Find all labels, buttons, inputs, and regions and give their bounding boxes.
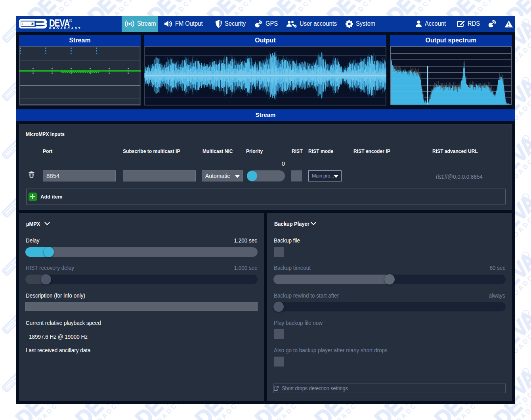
svg-text:R: R [70, 19, 71, 22]
